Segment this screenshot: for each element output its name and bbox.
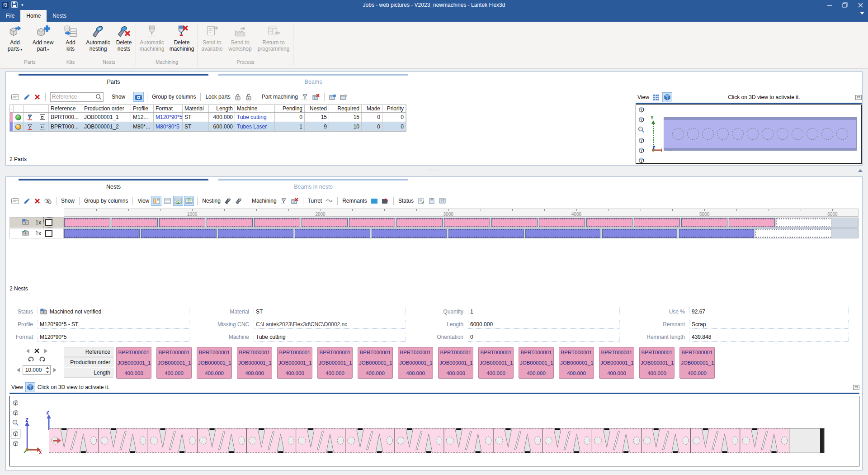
nest-part-segment[interactable] (602, 229, 678, 238)
part-card[interactable]: BPRT000001 JOB000001_1 400.000 (398, 347, 433, 379)
view-detail-top-icon[interactable] (173, 196, 183, 206)
active-view-icon[interactable] (12, 430, 19, 437)
quick-access-caret-icon[interactable]: ▾ (21, 3, 24, 7)
nest-part-segment[interactable] (539, 218, 585, 227)
view-cards-icon[interactable] (151, 196, 161, 206)
nav-prev-icon[interactable] (26, 349, 29, 353)
nav-next-icon[interactable] (44, 349, 47, 353)
view-2d-icon[interactable] (651, 92, 661, 102)
return-to-programming-button[interactable]: Return toprogramming (255, 22, 292, 59)
delete-machining-icon[interactable] (290, 196, 300, 206)
step-value-spinner[interactable]: 10.000 (23, 365, 51, 375)
nest-part-segment[interactable] (372, 229, 447, 238)
nest-row-2[interactable]: 1x (6, 228, 863, 238)
part-card[interactable]: BPRT000001 JOB000001_1 400.000 (559, 347, 594, 379)
send-to-workshop-button[interactable]: Send toworkshop (225, 22, 255, 59)
use-pct-field-value[interactable]: 92.67 (689, 307, 849, 316)
part-card[interactable]: BPRT000001 JOB000001_1 400.000 (277, 347, 312, 379)
part-card[interactable]: BPRT000001 JOB000001_1 400.000 (519, 347, 554, 379)
nest-part-segment[interactable] (729, 218, 775, 227)
status-verify-icon[interactable] (427, 196, 437, 206)
part-card[interactable]: BPRT000001 JOB000001_1 400.000 (116, 347, 151, 379)
view-detail-bottom-icon[interactable] (184, 196, 194, 206)
tab-beams[interactable]: Beams (218, 74, 408, 85)
part-card[interactable]: BPRT000001 JOB000001_1 400.000 (639, 347, 675, 379)
nest-part-segment[interactable] (64, 229, 140, 238)
iso-view-icon[interactable] (12, 399, 19, 407)
nest-part-segment[interactable] (444, 218, 490, 227)
nest-part-segment[interactable] (349, 218, 395, 227)
part-row-1[interactable]: BPRT000... JOB000001_1 M12... M120*90*5 … (10, 113, 406, 122)
nest-beam[interactable] (49, 428, 825, 453)
remnant-length-field-value[interactable]: 439.848 (689, 332, 849, 342)
orientation-field-value[interactable]: 0 (468, 332, 620, 342)
parts-table-header[interactable]: ⋮ Reference Production order Profile For… (10, 105, 406, 113)
add-new-part-button[interactable]: Add new part▾ (28, 22, 58, 59)
expand-preview-icon[interactable] (855, 95, 862, 100)
remove-part-icon[interactable] (34, 348, 40, 354)
group-by-columns-label[interactable]: Group by columns (152, 94, 196, 100)
nesting-add-icon[interactable] (223, 196, 233, 206)
step-right-icon[interactable] (53, 368, 57, 372)
minimize-button[interactable] (822, 0, 837, 10)
part-card[interactable]: BPRT000001 JOB000001_1 400.000 (156, 347, 192, 379)
nest-part-segment[interactable] (64, 218, 110, 227)
nest-part-segment[interactable] (525, 229, 601, 238)
part-card[interactable]: BPRT000001 JOB000001_1 400.000 (358, 347, 393, 379)
card-view-icon[interactable] (10, 92, 20, 102)
spinner-up-icon[interactable] (44, 366, 50, 370)
card-view-icon[interactable] (10, 196, 20, 206)
part-card[interactable]: BPRT000001 JOB000001_1 400.000 (679, 347, 715, 379)
nest-part-segment[interactable] (396, 218, 443, 227)
nest-bar-1[interactable] (64, 218, 859, 228)
status-machine-icon[interactable] (438, 196, 448, 206)
tab-home[interactable]: Home (20, 10, 47, 22)
nesting-remove-icon[interactable] (234, 196, 244, 206)
part-card[interactable]: BPRT000001 JOB000001_1 400.000 (237, 347, 272, 379)
show-label[interactable]: Show (61, 198, 75, 204)
ribbon-collapse-icon[interactable] (860, 12, 864, 14)
rotate-ccw-icon[interactable] (28, 356, 34, 362)
nest-part-segment[interactable] (302, 218, 348, 227)
part-card[interactable]: BPRT000001 JOB000001_1 400.000 (317, 347, 353, 379)
lock-machining-icon[interactable] (328, 92, 338, 102)
back-view-icon[interactable] (637, 157, 645, 164)
part-row-2[interactable]: BPRT000... JOB000001_2 M80*... M80*80*5 … (10, 122, 406, 132)
front-view-icon[interactable] (12, 409, 19, 417)
zoom-icon[interactable] (12, 419, 19, 428)
spinner-down-icon[interactable] (44, 370, 50, 375)
nest-bar-2[interactable] (64, 228, 859, 238)
preview-beam[interactable] (664, 118, 856, 150)
edit-icon[interactable] (21, 92, 31, 102)
length-field-value[interactable]: 6000.000 (468, 320, 620, 329)
add-kits-button[interactable]: Addkits (60, 22, 81, 59)
nest-part-segment[interactable] (491, 218, 538, 227)
automatic-nesting-button[interactable]: Automaticnesting (83, 22, 113, 59)
tab-nests[interactable]: Nests (19, 179, 208, 190)
nest-part-segment[interactable] (295, 229, 370, 238)
profile-field-value[interactable]: M120*90*5 - ST (38, 320, 189, 329)
machining-tool-icon[interactable] (300, 92, 310, 102)
edit-icon[interactable] (21, 196, 31, 206)
nest-part-segment[interactable] (207, 218, 253, 227)
restore-button[interactable] (837, 0, 853, 10)
nest-part-segment[interactable] (159, 218, 205, 227)
nest-part-segment[interactable] (112, 218, 158, 227)
nest-part-segment[interactable] (586, 218, 632, 227)
tab-nests[interactable]: Nests (47, 10, 72, 22)
tab-parts[interactable]: Parts (19, 74, 208, 85)
expand-view-icon[interactable] (853, 385, 859, 390)
status-field-value[interactable]: Machined not verified (38, 307, 189, 316)
close-button[interactable] (853, 0, 868, 10)
part-card[interactable]: BPRT000001 JOB000001_1 400.000 (599, 347, 634, 379)
nest-part-segment[interactable] (218, 229, 293, 238)
app-logo-icon[interactable]: f3 (2, 2, 9, 9)
lock-icon[interactable] (233, 92, 243, 102)
remnant-field-value[interactable]: Scrap (689, 320, 849, 329)
unlock-machining-icon[interactable] (339, 92, 349, 102)
iso-view-icon[interactable] (637, 106, 645, 114)
delete-icon[interactable] (32, 196, 42, 206)
nest-part-segment[interactable] (679, 229, 755, 238)
nest-checkbox[interactable] (44, 218, 54, 228)
missing-cnc-field-value[interactable]: C:\Lantek2023\Flex3d\CNC\O0002.nc (254, 320, 406, 329)
